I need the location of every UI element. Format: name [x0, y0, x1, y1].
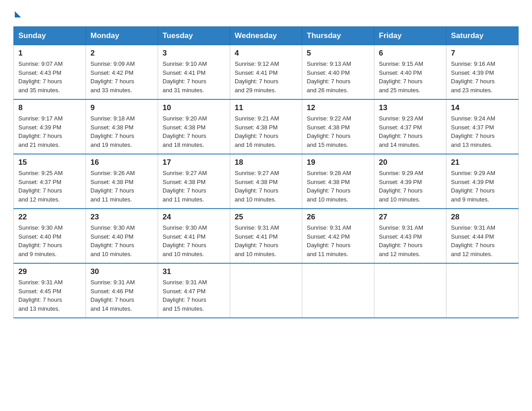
day-number: 29 [18, 267, 81, 276]
day-info: Sunrise: 9:31 AM Sunset: 4:45 PM Dayligh… [18, 278, 81, 313]
day-info: Sunrise: 9:23 AM Sunset: 4:37 PM Dayligh… [379, 114, 442, 149]
calendar-cell: 11 Sunrise: 9:21 AM Sunset: 4:38 PM Dayl… [230, 99, 302, 154]
calendar-cell: 19 Sunrise: 9:28 AM Sunset: 4:38 PM Dayl… [302, 154, 374, 209]
calendar-cell: 7 Sunrise: 9:16 AM Sunset: 4:39 PM Dayli… [446, 45, 519, 100]
column-header-thursday: Thursday [302, 27, 374, 45]
calendar-header-row: SundayMondayTuesdayWednesdayThursdayFrid… [14, 27, 519, 45]
day-number: 25 [235, 213, 297, 222]
calendar-cell: 16 Sunrise: 9:26 AM Sunset: 4:38 PM Dayl… [86, 154, 158, 209]
calendar-week-row: 1 Sunrise: 9:07 AM Sunset: 4:43 PM Dayli… [14, 45, 519, 100]
calendar-cell: 5 Sunrise: 9:13 AM Sunset: 4:40 PM Dayli… [302, 45, 374, 100]
day-info: Sunrise: 9:31 AM Sunset: 4:44 PM Dayligh… [451, 223, 514, 258]
day-info: Sunrise: 9:25 AM Sunset: 4:37 PM Dayligh… [18, 169, 81, 204]
day-number: 28 [451, 213, 514, 222]
day-info: Sunrise: 9:30 AM Sunset: 4:40 PM Dayligh… [18, 223, 81, 258]
day-number: 15 [18, 158, 81, 167]
column-header-sunday: Sunday [14, 27, 86, 45]
day-info: Sunrise: 9:07 AM Sunset: 4:43 PM Dayligh… [18, 60, 81, 94]
day-number: 4 [235, 49, 297, 58]
day-number: 10 [163, 103, 225, 112]
day-number: 2 [90, 49, 153, 58]
calendar-cell: 31 Sunrise: 9:31 AM Sunset: 4:47 PM Dayl… [158, 263, 230, 318]
calendar-cell: 3 Sunrise: 9:10 AM Sunset: 4:41 PM Dayli… [158, 45, 230, 100]
day-info: Sunrise: 9:31 AM Sunset: 4:47 PM Dayligh… [163, 278, 225, 313]
calendar-cell: 23 Sunrise: 9:30 AM Sunset: 4:40 PM Dayl… [86, 209, 158, 263]
day-info: Sunrise: 9:24 AM Sunset: 4:37 PM Dayligh… [451, 114, 514, 149]
day-info: Sunrise: 9:30 AM Sunset: 4:41 PM Dayligh… [163, 223, 225, 258]
calendar-cell: 10 Sunrise: 9:20 AM Sunset: 4:38 PM Dayl… [158, 99, 230, 154]
calendar-cell: 8 Sunrise: 9:17 AM Sunset: 4:39 PM Dayli… [14, 99, 86, 154]
day-number: 11 [235, 103, 297, 112]
day-info: Sunrise: 9:28 AM Sunset: 4:38 PM Dayligh… [307, 169, 369, 204]
day-info: Sunrise: 9:13 AM Sunset: 4:40 PM Dayligh… [307, 60, 369, 94]
day-number: 3 [163, 49, 225, 58]
column-header-tuesday: Tuesday [158, 27, 230, 45]
calendar-week-row: 15 Sunrise: 9:25 AM Sunset: 4:37 PM Dayl… [14, 154, 519, 209]
day-number: 8 [18, 103, 81, 112]
calendar-cell: 4 Sunrise: 9:12 AM Sunset: 4:41 PM Dayli… [230, 45, 302, 100]
calendar-cell: 29 Sunrise: 9:31 AM Sunset: 4:45 PM Dayl… [14, 263, 86, 318]
calendar-cell: 18 Sunrise: 9:27 AM Sunset: 4:38 PM Dayl… [230, 154, 302, 209]
day-number: 31 [163, 267, 225, 276]
column-header-wednesday: Wednesday [230, 27, 302, 45]
day-number: 20 [379, 158, 442, 167]
day-info: Sunrise: 9:31 AM Sunset: 4:43 PM Dayligh… [379, 223, 442, 258]
calendar-cell: 26 Sunrise: 9:31 AM Sunset: 4:42 PM Dayl… [302, 209, 374, 263]
day-info: Sunrise: 9:27 AM Sunset: 4:38 PM Dayligh… [163, 169, 225, 204]
logo [13, 9, 21, 17]
day-info: Sunrise: 9:29 AM Sunset: 4:39 PM Dayligh… [451, 169, 514, 204]
calendar-cell: 9 Sunrise: 9:18 AM Sunset: 4:38 PM Dayli… [86, 99, 158, 154]
calendar-cell: 15 Sunrise: 9:25 AM Sunset: 4:37 PM Dayl… [14, 154, 86, 209]
calendar-cell: 2 Sunrise: 9:09 AM Sunset: 4:42 PM Dayli… [86, 45, 158, 100]
day-info: Sunrise: 9:31 AM Sunset: 4:46 PM Dayligh… [90, 278, 153, 313]
page-header [13, 9, 519, 17]
day-info: Sunrise: 9:31 AM Sunset: 4:42 PM Dayligh… [307, 223, 369, 258]
day-info: Sunrise: 9:12 AM Sunset: 4:41 PM Dayligh… [235, 60, 297, 94]
column-header-saturday: Saturday [446, 27, 519, 45]
day-number: 21 [451, 158, 514, 167]
day-info: Sunrise: 9:30 AM Sunset: 4:40 PM Dayligh… [90, 223, 153, 258]
calendar-cell: 22 Sunrise: 9:30 AM Sunset: 4:40 PM Dayl… [14, 209, 86, 263]
logo-arrow-icon [15, 11, 21, 17]
day-number: 19 [307, 158, 369, 167]
day-info: Sunrise: 9:15 AM Sunset: 4:40 PM Dayligh… [379, 60, 442, 94]
column-header-friday: Friday [374, 27, 446, 45]
calendar-cell: 6 Sunrise: 9:15 AM Sunset: 4:40 PM Dayli… [374, 45, 446, 100]
calendar-cell: 27 Sunrise: 9:31 AM Sunset: 4:43 PM Dayl… [374, 209, 446, 263]
day-info: Sunrise: 9:27 AM Sunset: 4:38 PM Dayligh… [235, 169, 297, 204]
calendar-cell [446, 263, 519, 318]
calendar-cell: 21 Sunrise: 9:29 AM Sunset: 4:39 PM Dayl… [446, 154, 519, 209]
day-number: 30 [90, 267, 153, 276]
day-number: 14 [451, 103, 514, 112]
calendar-cell: 13 Sunrise: 9:23 AM Sunset: 4:37 PM Dayl… [374, 99, 446, 154]
calendar-cell [230, 263, 302, 318]
calendar-cell: 20 Sunrise: 9:29 AM Sunset: 4:39 PM Dayl… [374, 154, 446, 209]
calendar-cell: 28 Sunrise: 9:31 AM Sunset: 4:44 PM Dayl… [446, 209, 519, 263]
calendar-week-row: 29 Sunrise: 9:31 AM Sunset: 4:45 PM Dayl… [14, 263, 519, 318]
day-number: 9 [90, 103, 153, 112]
calendar-cell: 25 Sunrise: 9:31 AM Sunset: 4:41 PM Dayl… [230, 209, 302, 263]
day-info: Sunrise: 9:26 AM Sunset: 4:38 PM Dayligh… [90, 169, 153, 204]
day-info: Sunrise: 9:21 AM Sunset: 4:38 PM Dayligh… [235, 114, 297, 149]
day-number: 23 [90, 213, 153, 222]
calendar-cell [374, 263, 446, 318]
day-number: 5 [307, 49, 369, 58]
day-number: 17 [163, 158, 225, 167]
day-number: 18 [235, 158, 297, 167]
day-info: Sunrise: 9:17 AM Sunset: 4:39 PM Dayligh… [18, 114, 81, 149]
day-info: Sunrise: 9:31 AM Sunset: 4:41 PM Dayligh… [235, 223, 297, 258]
day-info: Sunrise: 9:29 AM Sunset: 4:39 PM Dayligh… [379, 169, 442, 204]
day-info: Sunrise: 9:18 AM Sunset: 4:38 PM Dayligh… [90, 114, 153, 149]
day-number: 27 [379, 213, 442, 222]
day-number: 13 [379, 103, 442, 112]
day-number: 26 [307, 213, 369, 222]
calendar-cell [302, 263, 374, 318]
calendar-cell: 30 Sunrise: 9:31 AM Sunset: 4:46 PM Dayl… [86, 263, 158, 318]
calendar-cell: 14 Sunrise: 9:24 AM Sunset: 4:37 PM Dayl… [446, 99, 519, 154]
day-number: 7 [451, 49, 514, 58]
calendar-cell: 17 Sunrise: 9:27 AM Sunset: 4:38 PM Dayl… [158, 154, 230, 209]
day-info: Sunrise: 9:22 AM Sunset: 4:38 PM Dayligh… [307, 114, 369, 149]
calendar-table: SundayMondayTuesdayWednesdayThursdayFrid… [13, 26, 519, 318]
day-info: Sunrise: 9:20 AM Sunset: 4:38 PM Dayligh… [163, 114, 225, 149]
day-number: 22 [18, 213, 81, 222]
